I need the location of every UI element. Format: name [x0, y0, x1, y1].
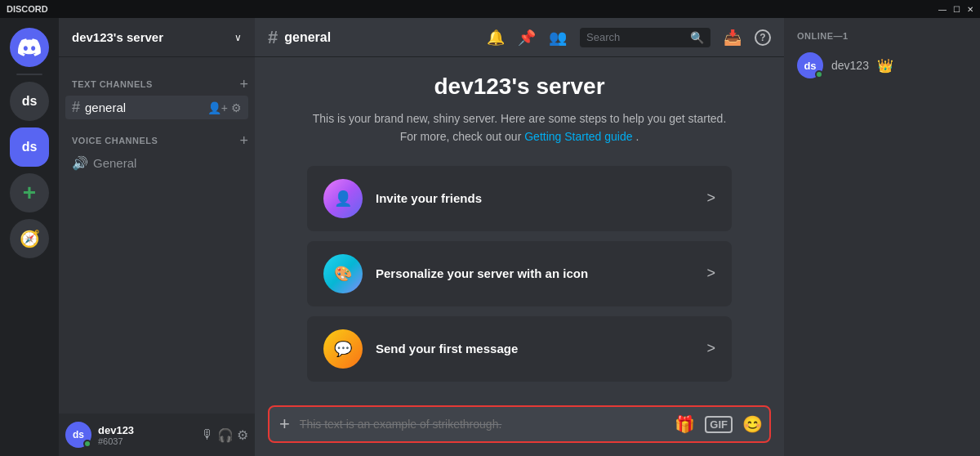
server-header[interactable]: dev123's server ∨	[59, 18, 255, 57]
message-icon: 💬	[323, 329, 363, 369]
member-item[interactable]: ds dev123 👑	[791, 47, 973, 83]
action-cards: 👤 Invite your friends > 🎨 Personalize yo…	[307, 166, 732, 382]
voice-icon: 🔊	[72, 155, 88, 171]
header-icons: 🔔 📌 👥 🔍 📥 ?	[487, 28, 771, 47]
add-text-channel-button[interactable]: +	[239, 77, 248, 92]
voice-channel-name: General	[93, 156, 242, 170]
user-status-dot	[83, 440, 91, 448]
help-icon[interactable]: ?	[755, 29, 771, 46]
hash-icon: #	[72, 99, 80, 116]
emoji-icon[interactable]: 😊	[742, 414, 763, 434]
channel-header-name: general	[284, 30, 331, 45]
channel-item-general[interactable]: # general 👤+ ⚙	[65, 96, 248, 119]
gif-button[interactable]: GIF	[705, 416, 733, 433]
member-name: dev123	[831, 59, 869, 72]
voice-channels-category: VOICE CHANNELS +	[59, 120, 255, 151]
titlebar: DISCORD — ☐ ✕	[0, 0, 980, 18]
search-icon: 🔍	[690, 31, 704, 44]
channel-sidebar: dev123's server ∨ TEXT CHANNELS + # gene…	[59, 18, 255, 456]
app-title: DISCORD	[7, 4, 48, 14]
channel-header-hash-icon: #	[268, 27, 278, 48]
invite-icon: 👤	[323, 179, 363, 218]
voice-channels-label: VOICE CHANNELS	[72, 136, 158, 145]
members-icon[interactable]: 👥	[549, 29, 567, 47]
invite-icon[interactable]: 👤+	[207, 101, 228, 114]
server-divider	[16, 74, 42, 75]
member-avatar: ds	[797, 52, 823, 78]
user-name: dev123	[98, 424, 194, 436]
message-input-area: + 🎁 GIF 😊	[255, 405, 784, 456]
message-chevron-icon: >	[706, 340, 715, 357]
personalize-icon: 🎨	[323, 254, 363, 293]
personalize-chevron-icon: >	[706, 265, 715, 282]
server-icon-ds2[interactable]: ds	[10, 127, 49, 167]
add-voice-channel-button[interactable]: +	[239, 133, 248, 148]
server-description: This is your brand new, shiny server. He…	[307, 110, 732, 146]
bell-icon[interactable]: 🔔	[487, 29, 505, 47]
headphone-icon[interactable]: 🎧	[217, 427, 234, 443]
search-input[interactable]	[586, 31, 685, 43]
invite-card[interactable]: 👤 Invite your friends >	[307, 166, 732, 231]
right-sidebar: ONLINE—1 ds dev123 👑	[784, 18, 980, 456]
server-chevron-icon: ∨	[234, 32, 242, 43]
chat-area: dev123's server This is your brand new, …	[255, 57, 784, 405]
user-discriminator: #6037	[98, 436, 194, 446]
text-channels-category: TEXT CHANNELS +	[59, 64, 255, 95]
gift-icon[interactable]: 🎁	[675, 414, 695, 434]
pin-icon[interactable]: 📌	[518, 29, 536, 47]
server-title: dev123's server	[307, 74, 732, 100]
invite-label: Invite your friends	[376, 191, 693, 205]
search-box[interactable]: 🔍	[580, 28, 710, 47]
user-settings-icon[interactable]: ⚙	[237, 427, 248, 443]
channel-header: # general 🔔 📌 👥 🔍 📥 ?	[255, 18, 784, 57]
personalize-card[interactable]: 🎨 Personalize your server with an icon >	[307, 241, 732, 306]
message-input[interactable]	[300, 408, 668, 440]
main-content: # general 🔔 📌 👥 🔍 📥 ? dev123's server T	[255, 18, 784, 456]
user-controls: 🎙 🎧 ⚙	[201, 427, 248, 443]
text-channels-label: TEXT CHANNELS	[72, 79, 153, 89]
explore-button[interactable]: 🧭	[10, 219, 49, 258]
getting-started-link[interactable]: Getting Started guide	[524, 130, 632, 143]
user-info: dev123 #6037	[98, 424, 194, 446]
add-server-button[interactable]: +	[10, 173, 49, 212]
input-actions: 🎁 GIF 😊	[675, 414, 763, 434]
message-input-wrapper: + 🎁 GIF 😊	[268, 405, 771, 443]
settings-icon[interactable]: ⚙	[231, 101, 242, 114]
app-container: ds ds + 🧭 dev123's server ∨ TEXT CHANNEL…	[0, 18, 980, 456]
invite-chevron-icon: >	[706, 190, 715, 207]
add-attachment-button[interactable]: +	[276, 407, 293, 441]
user-avatar: ds	[65, 422, 91, 448]
window-controls: — ☐ ✕	[938, 5, 973, 14]
channel-item-general-voice[interactable]: 🔊 General	[65, 152, 248, 174]
channel-list: TEXT CHANNELS + # general 👤+ ⚙ VOICE CHA…	[59, 57, 255, 414]
user-panel: ds dev123 #6037 🎙 🎧 ⚙	[59, 414, 255, 456]
server-name: dev123's server	[72, 30, 163, 44]
member-badge: 👑	[877, 58, 893, 74]
personalize-label: Personalize your server with an icon	[376, 266, 693, 280]
server-icon-ds1[interactable]: ds	[10, 82, 49, 121]
microphone-icon[interactable]: 🎙	[201, 427, 214, 443]
channel-name-general: general	[85, 101, 203, 114]
welcome-section: dev123's server This is your brand new, …	[307, 74, 732, 382]
discord-home-button[interactable]	[10, 28, 49, 67]
message-label: Send your first message	[376, 342, 693, 355]
channel-item-icons: 👤+ ⚙	[207, 101, 242, 114]
server-list: ds ds + 🧭	[0, 18, 59, 456]
online-header: ONLINE—1	[791, 31, 973, 41]
maximize-button[interactable]: ☐	[953, 5, 960, 14]
inbox-icon[interactable]: 📥	[724, 29, 742, 47]
message-card[interactable]: 💬 Send your first message >	[307, 316, 732, 382]
member-status-dot	[815, 70, 823, 78]
close-button[interactable]: ✕	[967, 5, 973, 14]
minimize-button[interactable]: —	[938, 5, 947, 14]
